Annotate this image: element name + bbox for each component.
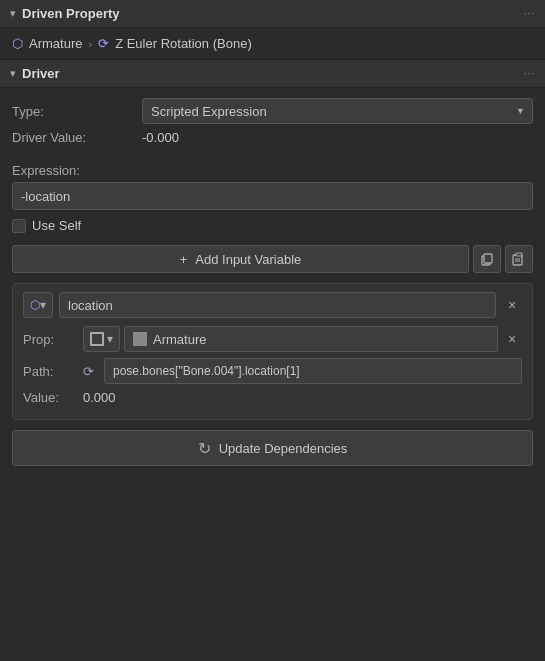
type-select-wrapper[interactable]: Scripted Expression (142, 98, 533, 124)
driven-property-menu[interactable]: ··· (524, 8, 535, 19)
driver-header: ▾ Driver ··· (0, 60, 545, 88)
armature-label[interactable]: Armature (29, 36, 82, 51)
prop-row: Prop: ▾ Armature × (23, 326, 522, 352)
copy-icon-button[interactable] (473, 245, 501, 273)
variable-name-input[interactable] (59, 292, 496, 318)
driven-property-header: ▾ Driven Property ··· (0, 0, 545, 28)
path-row: Path: ⟳ pose.bones["Bone.004"].location[… (23, 358, 522, 384)
type-row: Type: Scripted Expression (12, 98, 533, 124)
prop-type-chevron: ▾ (107, 332, 113, 346)
update-button-label: Update Dependencies (219, 441, 348, 456)
driven-property-panel: ▾ Driven Property ··· ⬡ Armature › ⟳ Z E… (0, 0, 545, 60)
prop-value-field: Armature (124, 326, 498, 352)
update-dependencies-button[interactable]: ↻ Update Dependencies (12, 430, 533, 466)
driver-content: Type: Scripted Expression Driver Value: … (0, 88, 545, 476)
value-label: Value: (23, 390, 83, 405)
use-self-row: Use Self (12, 218, 533, 233)
path-value[interactable]: pose.bones["Bone.004"].location[1] (104, 358, 522, 384)
paste-icon-button[interactable] (505, 245, 533, 273)
use-self-label: Use Self (32, 218, 81, 233)
variable-header: ⬡ ▾ × (23, 292, 522, 318)
variable-type-icon: ⬡ (30, 298, 40, 312)
driver-value-label: Driver Value: (12, 130, 142, 145)
prop-close-button[interactable]: × (502, 329, 522, 349)
type-label: Type: (12, 104, 142, 119)
add-variable-row: + Add Input Variable (12, 245, 533, 273)
variable-type-select[interactable]: ⬡ ▾ (23, 292, 53, 318)
driver-value: -0.000 (142, 130, 179, 145)
prop-filled-icon (133, 332, 147, 346)
armature-icon: ⬡ (12, 36, 23, 51)
refresh-icon: ↻ (198, 439, 211, 458)
prop-select-group: ▾ Armature × (83, 326, 522, 352)
copy-icon (480, 252, 494, 266)
add-variable-button[interactable]: + Add Input Variable (12, 245, 469, 273)
add-variable-label: Add Input Variable (195, 252, 301, 267)
driver-panel: ▾ Driver ··· Type: Scripted Expression D… (0, 60, 545, 476)
type-select[interactable]: Scripted Expression (142, 98, 533, 124)
variable-block: ⬡ ▾ × Prop: ▾ Armature (12, 283, 533, 420)
driver-menu[interactable]: ··· (524, 68, 535, 79)
add-plus: + (180, 252, 188, 267)
use-self-checkbox[interactable] (12, 219, 26, 233)
path-label: Path: (23, 364, 83, 379)
driver-collapse[interactable]: ▾ (10, 67, 16, 80)
expression-input[interactable] (12, 182, 533, 210)
variable-type-chevron: ▾ (40, 298, 46, 312)
driven-property-title: Driven Property (22, 6, 120, 21)
variable-value: 0.000 (83, 390, 116, 405)
prop-value: Armature (153, 332, 206, 347)
driven-property-collapse[interactable]: ▾ (10, 7, 16, 20)
driver-title: Driver (22, 66, 60, 81)
prop-label: Prop: (23, 332, 83, 347)
svg-rect-1 (484, 254, 492, 263)
driver-value-row: Driver Value: -0.000 (12, 130, 533, 145)
expression-label: Expression: (12, 163, 533, 178)
target-label: Z Euler Rotation (Bone) (115, 36, 252, 51)
path-bone-icon: ⟳ (83, 364, 94, 379)
prop-type-icon (90, 332, 104, 346)
prop-type-button[interactable]: ▾ (83, 326, 120, 352)
breadcrumb: ⬡ Armature › ⟳ Z Euler Rotation (Bone) (0, 28, 545, 60)
bone-icon: ⟳ (98, 36, 109, 51)
breadcrumb-separator: › (88, 38, 92, 50)
paste-icon (512, 252, 526, 266)
value-row: Value: 0.000 (23, 390, 522, 405)
svg-rect-3 (516, 253, 522, 256)
variable-close-button[interactable]: × (502, 295, 522, 315)
